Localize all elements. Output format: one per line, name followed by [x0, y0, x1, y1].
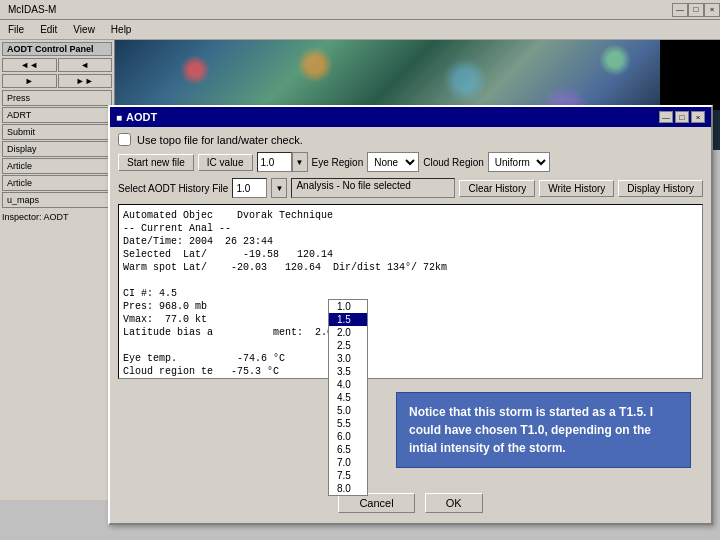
- sidebar-header: AODT Control Panel: [2, 42, 112, 56]
- taskbar-title: McIDAS-M: [0, 4, 64, 15]
- eye-region-label: Eye Region: [312, 157, 364, 168]
- topo-label: Use topo file for land/water check.: [137, 134, 303, 146]
- dropdown-item-3.5[interactable]: 3.5: [329, 365, 367, 378]
- history-dropdown-btn[interactable]: ▼: [271, 178, 287, 198]
- nav-next-btn[interactable]: ►: [2, 74, 57, 88]
- nav-prev-btn[interactable]: ◄: [58, 58, 113, 72]
- topo-checkbox[interactable]: [118, 133, 131, 146]
- dialog-maximize-btn[interactable]: □: [675, 111, 689, 123]
- history-file-row: Select AODT History File ▼ Analysis - No…: [118, 178, 703, 198]
- notice-box: Notice that this storm is started as a T…: [396, 392, 691, 468]
- nav-last-btn[interactable]: ►►: [58, 74, 113, 88]
- cancel-button[interactable]: Cancel: [338, 493, 414, 513]
- menubar: File Edit View Help: [0, 20, 720, 40]
- dialog-titlebar: ■ AODT — □ ×: [110, 107, 711, 127]
- sidebar-btn-adrt[interactable]: ADRT: [2, 107, 112, 123]
- cloud-region-label: Cloud Region: [423, 157, 484, 168]
- sidebar-section: AODT Control Panel ◄◄ ◄ ► ►► Press ADRT …: [2, 42, 112, 222]
- ic-value-btn[interactable]: IC value: [198, 154, 253, 171]
- dialog-title-controls: — □ ×: [659, 111, 705, 123]
- sidebar-btn-article2[interactable]: Article: [2, 175, 112, 191]
- sidebar-btn-display[interactable]: Display: [2, 141, 112, 157]
- dropdown-popup: 1.0 1.5 2.0 2.5 3.0 3.5 4.0 4.5 5.0 5.5 …: [328, 299, 368, 496]
- btn-row-1: Start new file IC value ▼ Eye Region Non…: [118, 152, 703, 172]
- cloud-region-select[interactable]: Uniform Shear Curved: [488, 152, 550, 172]
- minimize-btn[interactable]: —: [672, 3, 688, 17]
- close-btn[interactable]: ×: [704, 3, 720, 17]
- dropdown-item-6.5[interactable]: 6.5: [329, 443, 367, 456]
- dialog-close-btn[interactable]: ×: [691, 111, 705, 123]
- dropdown-item-1.5[interactable]: 1.5: [329, 313, 367, 326]
- history-file-label: Select AODT History File: [118, 183, 228, 194]
- black-corner: [660, 40, 720, 110]
- notice-text: Notice that this storm is started as a T…: [409, 405, 653, 455]
- taskbar-controls: — □ ×: [672, 3, 720, 17]
- dialog-minimize-btn[interactable]: —: [659, 111, 673, 123]
- sidebar-status: Inspector: AODT: [2, 212, 112, 222]
- checkbox-row: Use topo file for land/water check.: [118, 133, 703, 146]
- ic-dropdown-btn[interactable]: ▼: [292, 152, 308, 172]
- analysis-file-text: Analysis - No file selected: [291, 178, 455, 198]
- menu-help[interactable]: Help: [103, 22, 140, 37]
- dropdown-item-7.5[interactable]: 7.5: [329, 469, 367, 482]
- eye-region-select[interactable]: None Small Large: [367, 152, 419, 172]
- start-new-file-btn[interactable]: Start new file: [118, 154, 194, 171]
- display-history-btn[interactable]: Display History: [618, 180, 703, 197]
- dropdown-item-5.0[interactable]: 5.0: [329, 404, 367, 417]
- taskbar: McIDAS-M — □ ×: [0, 0, 720, 20]
- sidebar-btn-submit[interactable]: Submit: [2, 124, 112, 140]
- dropdown-item-7.0[interactable]: 7.0: [329, 456, 367, 469]
- clear-history-btn[interactable]: Clear History: [459, 180, 535, 197]
- dialog-content: Use topo file for land/water check. Star…: [110, 127, 711, 391]
- sidebar-btn-article[interactable]: Article: [2, 158, 112, 174]
- write-history-btn[interactable]: Write History: [539, 180, 614, 197]
- dropdown-item-4.0[interactable]: 4.0: [329, 378, 367, 391]
- sidebar-btn-umaps[interactable]: u_maps: [2, 192, 112, 208]
- sidebar-nav-2: ► ►►: [2, 74, 112, 88]
- menu-edit[interactable]: Edit: [32, 22, 65, 37]
- dropdown-item-3.0[interactable]: 3.0: [329, 352, 367, 365]
- sidebar-nav: ◄◄ ◄: [2, 58, 112, 72]
- ic-dropdown-container: ▼: [257, 152, 308, 172]
- dropdown-item-8.0[interactable]: 8.0: [329, 482, 367, 495]
- dialog-icon: ■: [116, 112, 122, 123]
- sidebar-btn-press[interactable]: Press: [2, 90, 112, 106]
- ok-button[interactable]: OK: [425, 493, 483, 513]
- dialog-title: AODT: [126, 111, 157, 123]
- dialog-footer: Cancel OK: [110, 493, 711, 513]
- menu-view[interactable]: View: [65, 22, 103, 37]
- maximize-btn[interactable]: □: [688, 3, 704, 17]
- history-ic-input[interactable]: [232, 178, 267, 198]
- ic-value-input[interactable]: [257, 152, 292, 172]
- analysis-text-area: Automated Objec Dvorak Technique -- Curr…: [118, 204, 703, 379]
- aodt-dialog: ■ AODT — □ × Use topo file for land/wate…: [108, 105, 713, 525]
- dropdown-item-4.5[interactable]: 4.5: [329, 391, 367, 404]
- left-sidebar: AODT Control Panel ◄◄ ◄ ► ►► Press ADRT …: [0, 40, 115, 500]
- dropdown-item-6.0[interactable]: 6.0: [329, 430, 367, 443]
- dropdown-item-1.0[interactable]: 1.0: [329, 300, 367, 313]
- dropdown-item-2.5[interactable]: 2.5: [329, 339, 367, 352]
- dropdown-item-5.5[interactable]: 5.5: [329, 417, 367, 430]
- nav-first-btn[interactable]: ◄◄: [2, 58, 57, 72]
- dropdown-item-2.0[interactable]: 2.0: [329, 326, 367, 339]
- menu-file[interactable]: File: [0, 22, 32, 37]
